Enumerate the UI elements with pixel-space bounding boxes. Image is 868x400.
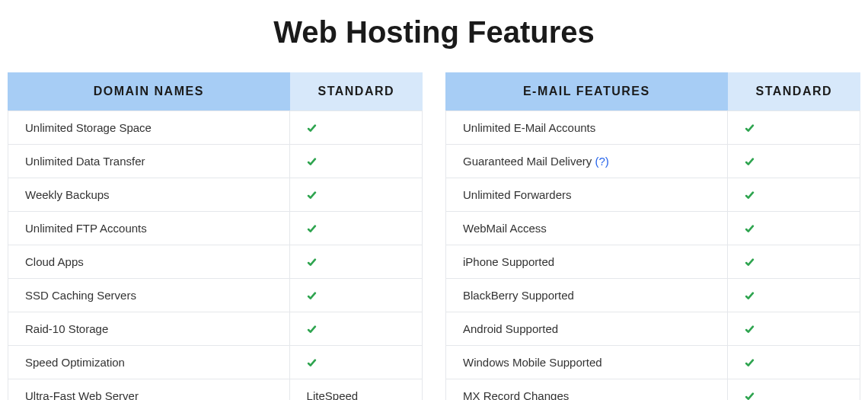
feature-value-text: LiteSpeed [307, 389, 359, 400]
feature-value-cell [728, 178, 860, 212]
table-row: Speed Optimization [8, 346, 423, 379]
table-row: Unlimited Storage Space [8, 111, 423, 145]
column-header-plan: STANDARD [728, 72, 860, 111]
feature-label-cell: Android Supported [445, 312, 728, 346]
help-link[interactable]: (?) [595, 155, 608, 168]
feature-label-cell: Unlimited E-Mail Accounts [445, 111, 728, 145]
check-icon [745, 190, 755, 201]
feature-label-cell: Unlimited Storage Space [8, 111, 290, 145]
feature-value-cell [728, 279, 860, 312]
table-row: Windows Mobile Supported [445, 346, 860, 379]
feature-label-cell: Guaranteed Mail Delivery (?) [445, 145, 728, 178]
check-icon [745, 325, 755, 335]
feature-label: Weekly Backups [25, 188, 110, 201]
feature-value-cell [290, 212, 423, 245]
table-row: iPhone Supported [445, 245, 860, 279]
check-icon [307, 358, 318, 369]
feature-value-cell [290, 245, 423, 279]
feature-value-cell [290, 279, 423, 312]
check-icon [745, 123, 755, 134]
table-row: BlackBerry Supported [445, 279, 860, 312]
check-icon [307, 157, 318, 168]
feature-value-cell [728, 145, 860, 178]
feature-label: Ultra-Fast Web Server [25, 389, 139, 400]
table-row: Cloud Apps [8, 245, 423, 279]
feature-label: Raid-10 Storage [25, 322, 108, 335]
table-row: Weekly Backups [8, 178, 423, 212]
feature-label: Unlimited Forwarders [463, 188, 572, 201]
feature-label: Guaranteed Mail Delivery [463, 155, 592, 168]
table-row: Unlimited Data Transfer [8, 145, 423, 178]
column-header-feature: E-MAIL FEATURES [445, 72, 728, 111]
feature-label-cell: iPhone Supported [445, 245, 728, 279]
table-row: Raid-10 Storage [8, 312, 423, 346]
table-row: SSD Caching Servers [8, 279, 423, 312]
feature-label-cell: Speed Optimization [8, 346, 290, 379]
feature-label: BlackBerry Supported [463, 289, 574, 302]
feature-label: MX Record Changes [463, 389, 569, 400]
table-row: Ultra-Fast Web ServerLiteSpeed [8, 379, 423, 400]
page-title: Web Hosting Features [0, 0, 868, 72]
feature-value-cell [728, 379, 860, 400]
table-row: Unlimited Forwarders [445, 178, 860, 212]
check-icon [307, 190, 318, 201]
check-icon [745, 224, 755, 235]
feature-label-cell: Unlimited Forwarders [445, 178, 728, 212]
feature-label: WebMail Access [463, 222, 547, 235]
feature-label: iPhone Supported [463, 255, 554, 268]
feature-value-cell [290, 178, 423, 212]
feature-value-cell [728, 111, 860, 145]
feature-label-cell: BlackBerry Supported [445, 279, 728, 312]
feature-label: Windows Mobile Supported [463, 356, 602, 369]
feature-label: Android Supported [463, 322, 558, 335]
feature-table: DOMAIN NAMESSTANDARDUnlimited Storage Sp… [8, 72, 423, 400]
feature-value-cell [728, 212, 860, 245]
feature-label-cell: MX Record Changes [445, 379, 728, 400]
feature-label-cell: SSD Caching Servers [8, 279, 290, 312]
table-row: WebMail Access [445, 212, 860, 245]
feature-label-cell: Weekly Backups [8, 178, 290, 212]
feature-table: E-MAIL FEATURESSTANDARDUnlimited E-Mail … [445, 72, 860, 400]
check-icon [307, 325, 318, 335]
table-row: Android Supported [445, 312, 860, 346]
feature-label-cell: Raid-10 Storage [8, 312, 290, 346]
table-row: Unlimited E-Mail Accounts [445, 111, 860, 145]
feature-label: Speed Optimization [25, 356, 125, 369]
feature-label: SSD Caching Servers [25, 289, 136, 302]
feature-value-cell [290, 145, 423, 178]
feature-value-cell [290, 312, 423, 346]
check-icon [745, 157, 755, 168]
table-row: Unlimited FTP Accounts [8, 212, 423, 245]
check-icon [307, 123, 318, 134]
feature-value-cell [728, 312, 860, 346]
check-icon [745, 358, 755, 369]
table-row: Guaranteed Mail Delivery (?) [445, 145, 860, 178]
feature-value-cell [290, 346, 423, 379]
feature-label-cell: Ultra-Fast Web Server [8, 379, 290, 400]
tables-container: DOMAIN NAMESSTANDARDUnlimited Storage Sp… [0, 72, 868, 400]
feature-value-cell: LiteSpeed [290, 379, 423, 400]
feature-value-cell [728, 346, 860, 379]
feature-label: Unlimited Storage Space [25, 121, 152, 134]
feature-label: Cloud Apps [25, 255, 84, 268]
check-icon [307, 258, 318, 268]
feature-label-cell: Windows Mobile Supported [445, 346, 728, 379]
feature-label-cell: Unlimited Data Transfer [8, 145, 290, 178]
check-icon [745, 258, 755, 268]
feature-label: Unlimited FTP Accounts [25, 222, 147, 235]
feature-label-cell: Cloud Apps [8, 245, 290, 279]
feature-label-cell: Unlimited FTP Accounts [8, 212, 290, 245]
check-icon [745, 291, 755, 302]
column-header-plan: STANDARD [290, 72, 423, 111]
table-row: MX Record Changes [445, 379, 860, 400]
check-icon [745, 392, 755, 400]
check-icon [307, 224, 318, 235]
feature-value-cell [728, 245, 860, 279]
feature-label: Unlimited E-Mail Accounts [463, 121, 595, 134]
check-icon [307, 291, 318, 302]
feature-label-cell: WebMail Access [445, 212, 728, 245]
feature-label: Unlimited Data Transfer [25, 155, 145, 168]
feature-value-cell [290, 111, 423, 145]
column-header-feature: DOMAIN NAMES [8, 72, 290, 111]
